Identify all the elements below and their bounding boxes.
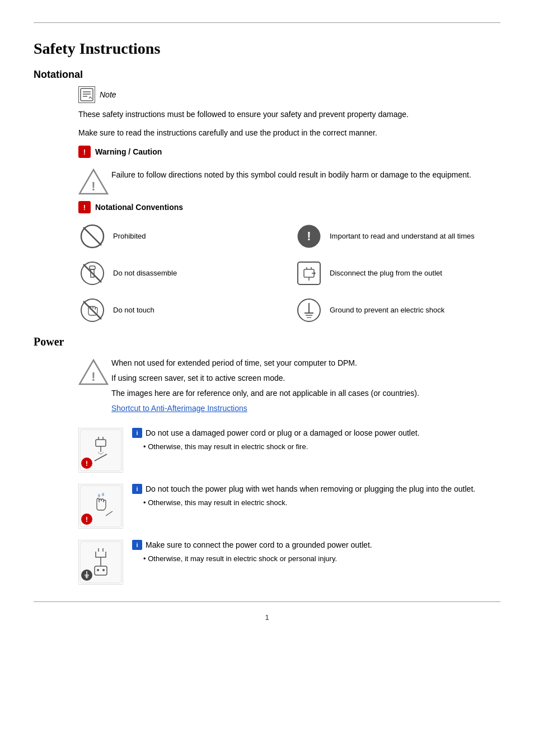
power-warning3: The images here are for reference only, … xyxy=(111,388,419,399)
conventions-header: ! Notational Conventions xyxy=(78,201,500,213)
warning-text: Failure to follow directions noted by th… xyxy=(111,167,471,181)
power-warning2: If using screen saver, set it to active … xyxy=(111,372,419,384)
power-text-1: i Do not use a damaged power cord or plu… xyxy=(132,428,500,452)
ground-icon xyxy=(295,296,323,324)
warning-row: ! Failure to follow directions noted by … xyxy=(78,167,500,192)
svg-text:!: ! xyxy=(307,229,311,243)
page-title: Safety Instructions xyxy=(34,40,500,58)
disconnect-label: Disconnect the plug from the outlet xyxy=(330,268,442,278)
power-warning-row: ! When not used for extended period of t… xyxy=(78,357,500,421)
convention-touch: Do not touch xyxy=(78,296,284,324)
svg-text:!: ! xyxy=(86,515,88,524)
note-label: Note xyxy=(100,90,116,99)
power-item-label-3: Make sure to connect the power cord to a… xyxy=(146,540,372,549)
blue-icon-1: i xyxy=(132,428,142,438)
top-border xyxy=(34,22,500,23)
power-item-3: i Make sure to connect the power cord to… xyxy=(78,540,500,585)
power-heading: Power xyxy=(34,335,500,348)
svg-point-40 xyxy=(98,494,100,497)
power-bullet-3: Otherwise, it may result in electric sho… xyxy=(143,553,500,564)
power-img-2: ! xyxy=(78,484,123,529)
power-section: ! When not used for extended period of t… xyxy=(78,357,500,585)
svg-point-52 xyxy=(97,569,99,571)
disconnect-icon xyxy=(295,259,323,287)
power-item-title-2: i Do not touch the power plug with wet h… xyxy=(132,484,500,494)
svg-point-53 xyxy=(102,569,105,571)
warning-caution-label: Warning / Caution xyxy=(95,147,162,156)
svg-text:!: ! xyxy=(91,179,95,193)
power-text-3: i Make sure to connect the power cord to… xyxy=(132,540,500,564)
power-warning1: When not used for extended period of tim… xyxy=(111,357,419,369)
notational-body1: These safety instructions must be follow… xyxy=(78,109,500,120)
power-bullet-1: Otherwise, this may result in electric s… xyxy=(143,441,500,452)
power-item-label-2: Do not touch the power plug with wet han… xyxy=(146,484,475,493)
convention-prohibited: Prohibited xyxy=(78,222,284,250)
power-img-3 xyxy=(78,540,123,585)
power-item-title-1: i Do not use a damaged power cord or plu… xyxy=(132,428,500,438)
conventions-icon: ! xyxy=(78,201,91,213)
svg-text:!: ! xyxy=(91,370,95,384)
power-triangle-icon: ! xyxy=(78,357,104,382)
blue-icon-3: i xyxy=(132,540,142,550)
power-item-2: ! i Do not touch the power plug with wet… xyxy=(78,484,500,529)
convention-disconnect: Disconnect the plug from the outlet xyxy=(295,259,500,287)
svg-rect-0 xyxy=(81,88,93,101)
convention-disassemble: Do not disassemble xyxy=(78,259,284,287)
note-svg xyxy=(79,87,94,102)
power-bullet-2: Otherwise, this may result in electric s… xyxy=(143,497,500,508)
blue-icon-2: i xyxy=(132,484,142,494)
ground-label: Ground to prevent an electric shock xyxy=(330,305,444,315)
power-img-1: ! xyxy=(78,428,123,473)
power-item-title-3: i Make sure to connect the power cord to… xyxy=(132,540,500,550)
convention-important: ! Important to read and understand at al… xyxy=(295,222,500,250)
important-icon: ! xyxy=(295,222,323,250)
note-icon xyxy=(78,86,95,103)
page: Safety Instructions Notational Note Thes… xyxy=(0,0,534,756)
svg-point-41 xyxy=(102,493,104,496)
triangle-icon: ! xyxy=(78,167,104,192)
warning-caution-icon: ! xyxy=(78,146,91,158)
power-item-label-1: Do not use a damaged power cord or plug … xyxy=(146,428,420,437)
conventions-grid: Prohibited ! Important to read and under… xyxy=(78,222,500,324)
bottom-border xyxy=(34,601,500,602)
notational-body2: Make sure to read the instructions caref… xyxy=(78,127,500,139)
note-row: Note xyxy=(78,86,500,103)
conventions-heading: Notational Conventions xyxy=(95,203,183,212)
notational-heading: Notational xyxy=(34,69,500,81)
svg-line-21 xyxy=(83,301,101,319)
disassemble-label: Do not disassemble xyxy=(113,268,177,278)
disassemble-icon xyxy=(78,259,106,287)
svg-rect-14 xyxy=(298,262,320,284)
prohibited-icon xyxy=(78,222,106,250)
power-text-2: i Do not touch the power plug with wet h… xyxy=(132,484,500,508)
power-shortcut[interactable]: Shortcut to Anti-Afterimage Instructions xyxy=(111,403,419,414)
warning-caution-header: ! Warning / Caution xyxy=(78,146,500,158)
svg-text:!: ! xyxy=(86,459,88,468)
power-item-1: ! i Do not use a damaged power cord or p… xyxy=(78,428,500,473)
touch-icon xyxy=(78,296,106,324)
prohibited-label: Prohibited xyxy=(113,231,146,241)
svg-line-7 xyxy=(83,227,101,245)
page-number: 1 xyxy=(34,613,500,622)
shortcut-link[interactable]: Shortcut to Anti-Afterimage Instructions xyxy=(111,404,247,413)
important-label: Important to read and understand at all … xyxy=(330,231,475,241)
svg-rect-11 xyxy=(90,266,95,269)
convention-ground: Ground to prevent an electric shock xyxy=(295,296,500,324)
touch-label: Do not touch xyxy=(113,305,154,315)
power-warning-texts: When not used for extended period of tim… xyxy=(111,357,419,421)
svg-line-13 xyxy=(83,264,101,282)
